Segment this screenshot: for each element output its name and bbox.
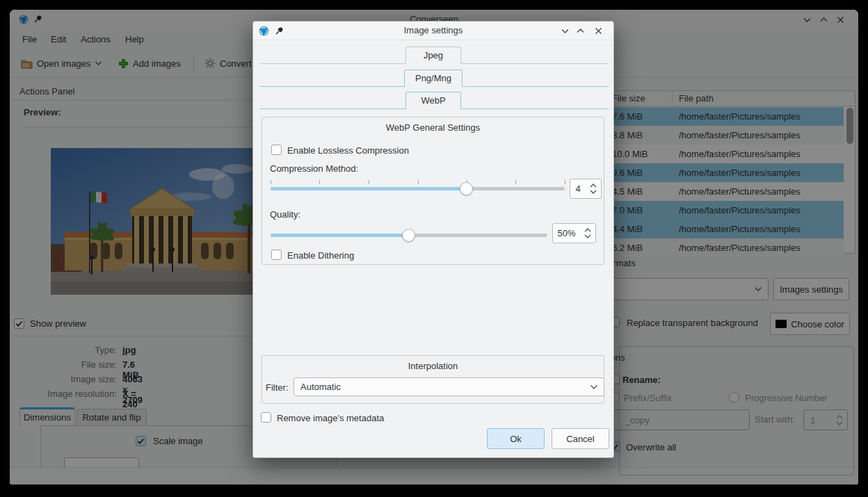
file-size-cell: 10.0 MiB bbox=[612, 145, 648, 163]
tab-dimensions[interactable]: Dimensions bbox=[19, 407, 75, 426]
actions-panel-header: Actions Panel bbox=[19, 86, 75, 97]
scale-image-checkbox[interactable] bbox=[136, 436, 146, 446]
file-path-cell: /home/faster/Pictures/samples bbox=[679, 145, 801, 163]
file-path-cell: /home/faster/Pictures/samples bbox=[679, 201, 801, 220]
color-swatch bbox=[775, 320, 787, 328]
file-size-cell: 7.6 MiB bbox=[612, 107, 643, 126]
file-path-cell: /home/faster/Pictures/samples bbox=[679, 107, 801, 126]
prefix-suffix-label: Prefix/Suffix bbox=[624, 393, 672, 403]
spinner-arrows[interactable] bbox=[584, 224, 591, 243]
file-size-cell: 7.0 MiB bbox=[612, 201, 643, 220]
remove-metadata-checkbox[interactable] bbox=[261, 412, 271, 423]
cancel-button[interactable]: Cancel bbox=[552, 428, 609, 449]
file-size-cell: 6.2 MiB bbox=[612, 238, 643, 257]
progressive-number-radio[interactable] bbox=[729, 392, 739, 402]
tab-row-jpeg: Jpeg bbox=[253, 47, 615, 64]
file-size-cell: 8.8 MiB bbox=[612, 126, 643, 145]
file-path-cell: /home/faster/Pictures/samples bbox=[679, 238, 801, 257]
compression-slider[interactable] bbox=[271, 187, 565, 190]
compression-slider-handle[interactable] bbox=[460, 182, 473, 195]
file-path-cell: /home/faster/Pictures/samples bbox=[679, 126, 801, 145]
scale-image-label: Scale image bbox=[153, 436, 203, 446]
chevron-down-icon bbox=[95, 60, 102, 66]
menu-edit[interactable]: Edit bbox=[47, 33, 70, 46]
scrollbar-thumb[interactable] bbox=[846, 108, 853, 144]
file-path-cell: /home/faster/Pictures/samples bbox=[679, 220, 801, 238]
spinner-arrows[interactable] bbox=[836, 410, 843, 430]
start-with-label: Start with: bbox=[755, 414, 795, 425]
start-with-spinner[interactable]: 1 bbox=[803, 409, 848, 430]
spinner-arrows[interactable] bbox=[590, 179, 597, 198]
preview-label: Preview: bbox=[24, 107, 61, 117]
chevron-down-icon bbox=[754, 286, 762, 292]
show-preview-checkbox[interactable] bbox=[14, 318, 24, 329]
file-size-cell: 9.6 MiB bbox=[612, 163, 643, 182]
close-icon[interactable] bbox=[836, 15, 846, 25]
progressive-number-label: Progressive Number bbox=[745, 393, 828, 403]
lossless-compression-checkbox[interactable] bbox=[271, 145, 282, 155]
file-path-cell: /home/faster/Pictures/samples bbox=[679, 182, 801, 201]
minimize-icon[interactable] bbox=[561, 26, 570, 36]
chevron-down-icon bbox=[590, 384, 598, 390]
file-size-cell: 4.4 MiB bbox=[612, 220, 643, 238]
tab-png-mng[interactable]: Png/Mng bbox=[404, 70, 463, 87]
file-path-cell: /home/faster/Pictures/samples bbox=[679, 163, 801, 182]
tab-rotate-and-flip[interactable]: Rotate and flip bbox=[77, 409, 147, 427]
show-preview-label: Show preview bbox=[30, 318, 86, 329]
plus-icon bbox=[118, 58, 129, 69]
menu-actions[interactable]: Actions bbox=[77, 33, 115, 46]
file-size-cell: 4.5 MiB bbox=[612, 182, 643, 201]
info-type-value: jpg bbox=[122, 345, 136, 355]
quality-slider-handle[interactable] bbox=[402, 229, 415, 242]
quality-spinbox[interactable]: 50% bbox=[552, 223, 596, 243]
interpolation-group-title: Interpolation bbox=[262, 361, 604, 371]
choose-color-button[interactable]: Choose color bbox=[770, 313, 850, 335]
tab-row-png: Png/Mng bbox=[253, 70, 615, 87]
quality-slider[interactable] bbox=[271, 234, 547, 237]
menu-file[interactable]: File bbox=[18, 33, 41, 46]
column-file-size[interactable]: File size bbox=[612, 93, 645, 104]
dialog-title: Image settings bbox=[253, 25, 613, 35]
convert-label: Convert bbox=[220, 58, 252, 69]
file-list-scrollbar[interactable] bbox=[846, 108, 853, 252]
dithering-checkbox[interactable] bbox=[271, 250, 282, 260]
tab-row-webp: WebP bbox=[253, 92, 615, 109]
images-settings-button[interactable]: Images settings bbox=[773, 278, 849, 300]
add-images-label: Add images bbox=[133, 58, 181, 69]
lossless-compression-label: Enable Lossless Compression bbox=[287, 145, 409, 156]
webp-group-title: WebP General Settings bbox=[262, 122, 604, 133]
convert-button[interactable]: Convert bbox=[200, 54, 256, 73]
preview-image bbox=[51, 148, 272, 295]
compression-spinbox[interactable]: 4 bbox=[570, 179, 602, 199]
open-images-button[interactable]: Open images bbox=[17, 54, 106, 73]
overwrite-all-label: Overwrite all bbox=[626, 442, 676, 453]
dialog-titlebar[interactable]: Image settings bbox=[253, 22, 613, 40]
webp-settings-group: WebP General Settings Enable Lossless Co… bbox=[262, 117, 604, 265]
open-images-label: Open images bbox=[37, 58, 90, 69]
image-settings-dialog: Image settings Jpeg Png/Mng WebP WebP Ge… bbox=[252, 21, 614, 458]
maximize-icon[interactable] bbox=[819, 15, 829, 25]
tab-jpeg[interactable]: Jpeg bbox=[405, 47, 461, 64]
close-icon[interactable] bbox=[594, 26, 604, 36]
filter-combobox[interactable]: Automatic bbox=[294, 377, 604, 396]
quality-label: Quality: bbox=[270, 209, 300, 220]
interpolation-group: Interpolation Filter: Automatic bbox=[262, 355, 604, 404]
toolbar-separator bbox=[193, 55, 194, 72]
menu-help[interactable]: Help bbox=[121, 33, 148, 46]
rename-input[interactable]: _copy bbox=[610, 409, 750, 430]
minimize-icon[interactable] bbox=[803, 15, 812, 25]
dithering-label: Enable Dithering bbox=[287, 250, 354, 261]
replace-transparent-label: Replace transparent background bbox=[627, 318, 758, 328]
maximize-icon[interactable] bbox=[576, 26, 586, 36]
gear-icon bbox=[204, 58, 216, 69]
remove-metadata-label: Remove image's metadata bbox=[277, 413, 384, 423]
column-file-path[interactable]: File path bbox=[679, 93, 714, 104]
tab-webp[interactable]: WebP bbox=[405, 92, 461, 109]
rename-label: Rename: bbox=[622, 375, 661, 385]
filter-value: Automatic bbox=[300, 382, 341, 392]
filter-label: Filter: bbox=[266, 382, 289, 393]
compression-method-label: Compression Method: bbox=[270, 163, 358, 174]
open-folder-icon bbox=[21, 58, 33, 69]
ok-button[interactable]: Ok bbox=[487, 428, 545, 449]
add-images-button[interactable]: Add images bbox=[114, 54, 185, 73]
